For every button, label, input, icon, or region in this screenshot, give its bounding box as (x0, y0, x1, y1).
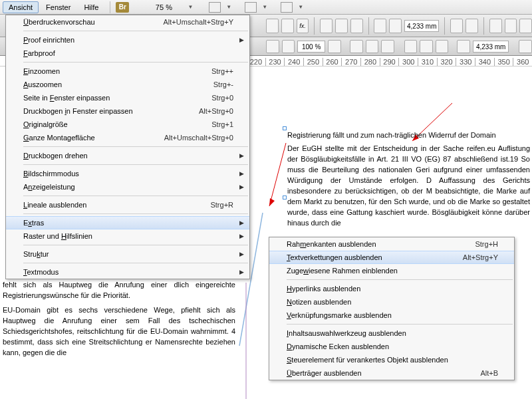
view-options-icon[interactable] (245, 2, 257, 13)
tool-button[interactable] (420, 40, 433, 53)
menu-shortcut: Alt+Umschalt+Strg+0 (164, 134, 233, 142)
view-menu-item[interactable]: Farbproof (6, 47, 249, 60)
tool-button[interactable] (366, 40, 379, 53)
arrange-icon[interactable] (281, 2, 293, 13)
measurement-field[interactable]: 4,233 mm (404, 20, 439, 32)
separator (444, 17, 445, 35)
ruler-tick: 300 (398, 58, 418, 66)
menu-item-label: Ganze Montagefläche (23, 134, 95, 142)
dropdown-icon[interactable]: ▼ (295, 4, 306, 10)
menu-item-label: Steuerelement für verankertes Objekt aus… (287, 356, 448, 364)
extras-submenu-item[interactable]: Überträger ausblendenAlt+B (269, 366, 514, 380)
tool-button[interactable] (374, 19, 386, 33)
tool-button[interactable] (282, 40, 295, 53)
tool-button[interactable] (519, 19, 532, 33)
percentage-field[interactable]: 100 % (297, 41, 325, 53)
bridge-icon[interactable]: Br (116, 2, 129, 13)
view-menu-item[interactable]: ÜberdruckenvorschauAlt+Umschalt+Strg+Y (6, 15, 249, 29)
menu-item-label: Überdruckenvorschau (23, 18, 95, 26)
frame-handle[interactable] (283, 126, 287, 130)
view-menu-item[interactable]: Druckbogen drehen▶ (6, 149, 249, 162)
tool-button[interactable] (266, 40, 279, 53)
dropdown-icon[interactable]: ▼ (259, 4, 270, 10)
menu-item-label: Textmodus (23, 268, 59, 276)
menu-shortcut: Alt+B (480, 369, 498, 377)
submenu-arrow-icon: ▶ (239, 233, 244, 239)
menu-hilfe[interactable]: Hilfe (78, 1, 104, 13)
tool-button[interactable] (489, 19, 502, 33)
submenu-arrow-icon: ▶ (239, 219, 244, 226)
menu-item-label: Auszoomen (23, 80, 62, 88)
dropdown-icon[interactable]: ▼ (223, 4, 234, 10)
view-menu-item[interactable]: Proof einrichten▶ (6, 33, 249, 47)
menu-shortcut: Alt+Strg+Y (463, 253, 498, 261)
ruler-tick: 250 (303, 58, 323, 66)
extras-submenu-item[interactable]: Dynamische Ecken ausblenden (269, 340, 514, 353)
extras-submenu-item[interactable]: Notizen ausblenden (269, 295, 514, 309)
tool-button[interactable] (450, 19, 463, 33)
tool-button[interactable] (266, 19, 279, 33)
separator (483, 17, 484, 35)
extras-submenu-item[interactable]: Hyperlinks ausblenden (269, 282, 514, 295)
tool-button[interactable] (350, 19, 363, 33)
ruler-tick: 260 (323, 58, 342, 66)
view-menu-item[interactable]: Struktur▶ (6, 247, 249, 261)
fx-button[interactable]: fx. (297, 19, 309, 33)
view-menu-item[interactable]: Druckbogen in Fenster einpassenAlt+Strg+… (6, 104, 249, 118)
tool-button[interactable] (320, 19, 332, 33)
tool-button[interactable] (436, 40, 449, 53)
menu-item-label: Druckbogen drehen (23, 152, 88, 160)
menu-separator (23, 196, 248, 196)
view-menu-item[interactable]: Textmodus▶ (6, 265, 249, 279)
separator (368, 17, 369, 35)
view-menu-item[interactable]: Ganze MontageflächeAlt+Umschalt+Strg+0 (6, 131, 249, 144)
tool-button[interactable] (389, 19, 402, 33)
view-menu-item[interactable]: Seite in Fenster einpassenStrg+0 (6, 91, 249, 104)
measurement-field[interactable]: 4,233 mm (473, 41, 509, 53)
view-menu-item[interactable]: OriginalgrößeStrg+1 (6, 118, 249, 131)
tool-button[interactable] (519, 40, 532, 53)
menu-separator (23, 62, 248, 63)
view-menu-item[interactable]: Raster und Hilfslinien▶ (6, 229, 249, 243)
menu-ansicht[interactable]: Ansicht (3, 1, 39, 13)
menu-item-label: Struktur (23, 250, 49, 258)
menu-item-label: Dynamische Ecken ausblenden (287, 342, 389, 350)
view-menu-item[interactable]: Lineale ausblendenStrg+R (6, 198, 249, 211)
view-menu-item[interactable]: AuszoomenStrg+- (6, 78, 249, 91)
menu-item-label: Druckbogen in Fenster einpassen (23, 107, 133, 115)
menu-item-label: Textverkettungen ausblenden (287, 253, 382, 261)
frame-handle[interactable] (283, 196, 287, 200)
tool-button[interactable] (404, 40, 418, 53)
menu-shortcut: Alt+Umschalt+Strg+Y (164, 18, 233, 26)
screen-mode-icon[interactable] (209, 2, 221, 13)
extras-submenu-item[interactable]: Inhaltsauswahlwerkzeug ausblenden (269, 327, 514, 340)
menu-item-label: Notizen ausblenden (287, 298, 351, 306)
extras-submenu-item[interactable]: Rahmenkanten ausblendenStrg+H (269, 237, 514, 251)
extras-submenu-item[interactable]: Verknüpfungsmarke ausblenden (269, 309, 514, 322)
submenu-arrow-icon: ▶ (239, 269, 244, 275)
extras-submenu-item[interactable]: Steuerelement für verankertes Objekt aus… (269, 353, 514, 366)
menu-item-label: Zugewiesene Rahmen einblenden (287, 267, 398, 275)
extras-submenu-item[interactable]: Textverkettungen ausblendenAlt+Strg+Y (269, 251, 514, 264)
menu-item-label: Verknüpfungsmarke ausblenden (287, 311, 392, 319)
view-menu-item[interactable]: Bildschirmmodus▶ (6, 167, 249, 180)
tool-button[interactable] (281, 19, 294, 33)
tool-button[interactable] (466, 19, 478, 33)
tool-button[interactable] (328, 40, 341, 53)
zoom-level[interactable]: 75 % (144, 3, 184, 11)
menu-item-label: Lineale ausblenden (23, 201, 86, 209)
extras-submenu: Rahmenkanten ausblendenStrg+HTextverkett… (269, 237, 515, 380)
view-menu-item[interactable]: Extras▶ (6, 216, 249, 229)
menu-fenster[interactable]: Fenster (40, 1, 76, 13)
tool-button[interactable] (381, 40, 394, 53)
menu-item-label: Originalgröße (23, 120, 68, 128)
tool-button[interactable] (457, 40, 470, 53)
tool-button[interactable] (350, 40, 363, 53)
zoom-dropdown-icon[interactable]: ▼ (185, 4, 196, 10)
view-menu-item[interactable]: EinzoomenStrg++ (6, 65, 249, 78)
ruler-tick: 340 (475, 58, 494, 66)
extras-submenu-item[interactable]: Zugewiesene Rahmen einblenden (269, 264, 514, 277)
tool-button[interactable] (505, 19, 517, 33)
view-menu-item[interactable]: Anzeigeleistung▶ (6, 180, 249, 194)
tool-button[interactable] (335, 19, 348, 33)
